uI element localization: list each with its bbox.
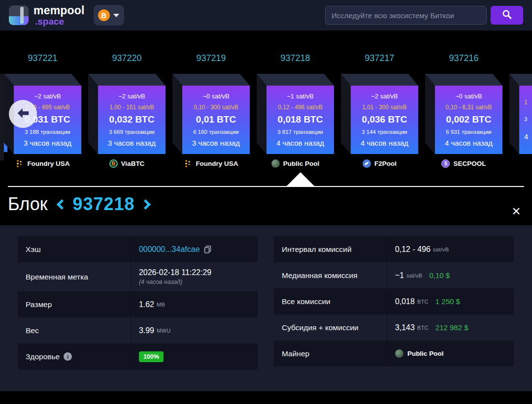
block-cube-left-face: [341, 74, 351, 154]
brand-tld: .space: [35, 17, 85, 26]
bitcoin-icon: B: [97, 8, 111, 22]
next-block-chevron[interactable]: [140, 199, 150, 209]
block-fee-range: 0,10 - 300 sat/vB: [194, 104, 238, 111]
miner-pool-link[interactable]: Public Pool: [395, 349, 444, 358]
block-height-link[interactable]: 937218: [257, 53, 334, 65]
detail-value: 2026-02-18 11:22:29: [139, 268, 211, 277]
detail-value: 0,018: [395, 297, 415, 306]
block-cube[interactable]: ~0 sat/vB0,10 - 300 sat/vB0,01 BTC6 160 …: [172, 74, 250, 154]
block-cube-front-face: ~2 sat/vB1,01 - 300 sat/vB0,036 BTC3 144…: [351, 86, 418, 154]
page-title: Блок: [8, 194, 47, 215]
table-row: Хэш000000...34afcae: [18, 236, 258, 262]
value-unit: MB: [157, 302, 165, 308]
search-bar: [325, 6, 523, 25]
block-column: 937218~1 sat/vB0,12 - 496 sat/vB0,018 BT…: [257, 53, 334, 168]
value-unit: BTC: [417, 299, 429, 305]
detail-value: 3.99: [139, 326, 154, 335]
block-column: 937217~2 sat/vB1,01 - 300 sat/vB0,036 BT…: [341, 53, 418, 168]
block-fee-range: 1: [524, 99, 528, 106]
block-tx-count: 3: [524, 116, 527, 122]
copy-icon[interactable]: [204, 246, 211, 253]
block-height-link[interactable]: 937220: [88, 53, 166, 65]
block-height-link[interactable]: 937221: [4, 53, 81, 65]
mining-pool-link[interactable]: SSECPOOL: [425, 159, 502, 168]
block-cube-left-face: [425, 74, 435, 154]
mining-pool-link[interactable]: Foundry USA: [4, 159, 81, 168]
block-hash-link[interactable]: 000000...34afcae: [139, 245, 200, 254]
mining-pool-link[interactable]: Foundry USA: [172, 159, 250, 168]
mining-pool-name: Public Pool: [283, 160, 320, 167]
detail-label: Медианная комиссия: [274, 271, 387, 280]
top-navbar: mempool .space B: [0, 0, 532, 31]
network-selector-dropdown[interactable]: B: [94, 5, 124, 26]
block-fee-range: 0,12 - 496 sat/vB: [278, 104, 323, 111]
timestamp-relative-note: (4 часов назад): [139, 279, 258, 285]
block-cube[interactable]: ~1 sat/vB0,12 - 496 sat/vB0,018 BTC3 817…: [257, 74, 334, 154]
block-column: 937216~0 sat/vB0,10 - 6,31 sat/vB0,002 B…: [425, 53, 502, 168]
search-input[interactable]: [325, 6, 487, 25]
block-total-btc: 0,018 BTC: [278, 114, 323, 125]
block-tx-count: 3 817 транзакции: [277, 129, 323, 135]
detail-label: Субсидия + комиссии: [274, 323, 387, 332]
block-tx-count: 3 669 транзакции: [109, 129, 155, 135]
foundry-pool-icon: [15, 159, 24, 168]
detail-value-cell: 0,018BTC1 250 $: [387, 288, 514, 314]
block-height-value[interactable]: 937218: [72, 194, 134, 215]
block-tx-count: 3 144 транзакции: [362, 129, 407, 135]
detail-value-cell: 3,143BTC212 982 $: [387, 314, 514, 341]
detail-label: Хэш: [18, 245, 131, 254]
block-cube[interactable]: ~0 sat/vB0,10 - 6,31 sat/vB0,002 BTC6 93…: [425, 74, 502, 154]
block-height-link[interactable]: [509, 53, 532, 65]
detail-label: Размер: [18, 300, 131, 309]
block-time-ago: 3 часов назад: [24, 139, 71, 147]
block-cube[interactable]: ~2 sat/vB1,01 - 300 sat/vB0,036 BTC3 144…: [341, 74, 418, 154]
block-column: 134◆: [509, 53, 532, 168]
usd-value: 212 982 $: [435, 323, 468, 332]
block-cube-left-face: [172, 74, 182, 154]
mining-pool-link[interactable]: Public Pool: [257, 159, 334, 168]
mining-pool-link[interactable]: ◆: [509, 159, 532, 168]
mempool-logo[interactable]: mempool .space: [9, 5, 85, 26]
search-icon: [502, 9, 512, 21]
block-height-link[interactable]: 937219: [172, 53, 250, 65]
block-median-fee: ~0 sat/vB: [455, 93, 482, 100]
block-cube-top-face: [88, 74, 166, 86]
info-icon[interactable]: i: [64, 352, 72, 361]
search-button[interactable]: [491, 6, 523, 25]
publicpool-pool-icon: [395, 349, 403, 358]
detail-value-cell: 0,12 - 496sat/vB: [387, 236, 514, 262]
block-fee-range: 1,01 - 300 sat/vB: [362, 104, 407, 111]
miner-pool-name: Public Pool: [407, 350, 444, 357]
mining-pool-link[interactable]: F2Pool: [341, 159, 418, 168]
block-time-ago: 3 часов назад: [108, 139, 156, 147]
block-median-fee: ~0 sat/vB: [202, 93, 230, 100]
mining-pool-name: Foundry USA: [196, 160, 238, 167]
block-cube-top-face: [4, 74, 81, 86]
detail-label: Майнер: [274, 349, 387, 358]
mining-pool-link[interactable]: BViaBTC: [88, 159, 166, 168]
block-height-link[interactable]: 937216: [425, 53, 502, 65]
block-cube-top-face: [257, 74, 334, 86]
value-unit: BTC: [417, 325, 429, 331]
mining-pool-name: F2Pool: [374, 160, 397, 167]
block-cube-top-face: [425, 74, 502, 86]
previous-block-chevron[interactable]: [57, 199, 67, 209]
detail-label: Все комиссии: [274, 297, 387, 306]
blockchain-carousel: 937221~2 sat/vB1,00 - 695 sat/vB0,031 BT…: [0, 31, 532, 186]
brand-name: mempool: [33, 5, 85, 16]
mining-pool-name: SECPOOL: [453, 160, 486, 167]
detail-value-cell: ~1sat/vB0,10 $: [387, 262, 514, 288]
scroll-left-button[interactable]: [9, 100, 37, 128]
block-time-ago: 4 часов назад: [445, 139, 493, 147]
value-unit: sat/vB: [433, 247, 449, 252]
detail-value-cell: 2026-02-18 11:22:29(4 часов назад): [131, 262, 258, 291]
block-median-fee: ~1 sat/vB: [287, 93, 314, 100]
close-icon[interactable]: ×: [509, 203, 523, 219]
block-median-fee: ~2 sat/vB: [34, 93, 61, 100]
block-cube[interactable]: 134: [509, 74, 532, 154]
block-cube[interactable]: ~2 sat/vB1,00 - 151 sat/vB0,032 BTC3 669…: [88, 74, 166, 154]
block-detail-panel: Хэш000000...34afcaeВременная метка2026-0…: [0, 225, 532, 391]
block-cube-top-face: [341, 74, 418, 86]
block-median-fee: ~2 sat/vB: [118, 93, 145, 100]
block-height-link[interactable]: 937217: [341, 53, 418, 65]
